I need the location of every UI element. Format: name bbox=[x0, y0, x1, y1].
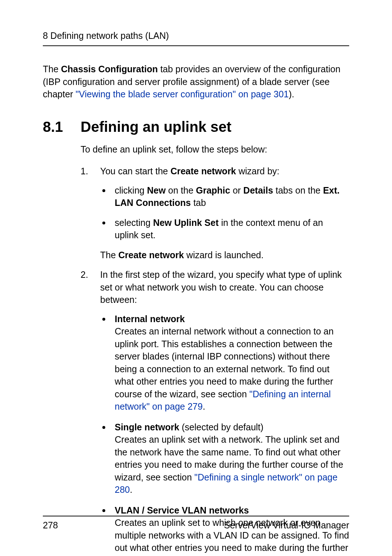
s1b1-t5: tab bbox=[191, 198, 206, 208]
type-internal-post: . bbox=[203, 401, 205, 411]
s1b1-b2: Graphic bbox=[196, 185, 230, 195]
type-single: Single network (selected by default) Cre… bbox=[100, 421, 349, 496]
step-1-post: wizard by: bbox=[236, 166, 279, 176]
step-1-pre: You can start the bbox=[100, 166, 171, 176]
footer-row: 278 ServerView Virtual-IO Manager bbox=[43, 520, 349, 531]
wl-t1: The bbox=[100, 250, 118, 260]
page-number: 278 bbox=[43, 520, 58, 531]
wizard-launched: The Create network wizard is launched. bbox=[100, 249, 349, 261]
intro-bold-chassis: Chassis Configuration bbox=[61, 64, 158, 74]
step-1-bullet-1: clicking New on the Graphic or Details t… bbox=[100, 184, 349, 209]
step-2-number: 2. bbox=[81, 268, 88, 281]
type-single-suffix: (selected by default) bbox=[179, 422, 264, 432]
step-1-number: 1. bbox=[81, 165, 88, 178]
intro-text: The bbox=[43, 64, 61, 74]
section-title: Defining an uplink set bbox=[81, 119, 232, 135]
footer: 278 ServerView Virtual-IO Manager bbox=[43, 516, 349, 531]
s1b1-t4: tabs on the bbox=[273, 185, 323, 195]
s1b1-b3: Details bbox=[243, 185, 273, 195]
type-vlan-title: VLAN / Service VLAN networks bbox=[115, 505, 249, 515]
s1b2-t1: selecting bbox=[115, 218, 153, 228]
s1b2-b1: New Uplink Set bbox=[153, 218, 219, 228]
step-1-bold: Create network bbox=[171, 166, 236, 176]
page: 8 Defining network paths (LAN) The Chass… bbox=[0, 0, 392, 556]
wl-b: Create network bbox=[118, 250, 184, 260]
s1b1-t3: or bbox=[230, 185, 243, 195]
s1b1-t2: on the bbox=[166, 185, 196, 195]
wl-t2: wizard is launched. bbox=[184, 250, 264, 260]
intro-text-3: ). bbox=[289, 89, 294, 99]
step-1-bullet-2: selecting New Uplink Set in the context … bbox=[100, 216, 349, 242]
intro-link[interactable]: "Viewing the blade server configuration"… bbox=[75, 89, 289, 99]
step-1-text: You can start the Create network wizard … bbox=[100, 166, 279, 176]
step-1-bullets: clicking New on the Graphic or Details t… bbox=[100, 184, 349, 242]
intro-paragraph: The Chassis Configuration tab provides a… bbox=[43, 63, 349, 101]
step-2: 2. In the first step of the wizard, you … bbox=[81, 268, 349, 556]
s1b1-t1: clicking bbox=[115, 185, 147, 195]
header-rule bbox=[43, 45, 349, 46]
type-internal: Internal network Creates an internal net… bbox=[100, 313, 349, 413]
type-single-title: Single network bbox=[115, 422, 179, 432]
section-number: 8.1 bbox=[43, 119, 81, 135]
step-1: 1. You can start the Create network wiza… bbox=[81, 165, 349, 242]
lead-paragraph: To define an uplink set, follow the step… bbox=[81, 143, 349, 156]
type-internal-title: Internal network bbox=[115, 314, 185, 324]
type-internal-body: Creates an internal network without a co… bbox=[115, 326, 334, 399]
type-single-post: . bbox=[130, 484, 132, 495]
footer-title: ServerView Virtual-IO Manager bbox=[224, 520, 349, 531]
steps-list-2: 2. In the first step of the wizard, you … bbox=[81, 268, 349, 556]
steps-list: 1. You can start the Create network wiza… bbox=[81, 165, 349, 242]
footer-rule bbox=[43, 516, 349, 516]
s1b1-b1: New bbox=[147, 185, 166, 195]
step-2-text: In the first step of the wizard, you spe… bbox=[100, 269, 342, 305]
section-heading: 8.1 Defining an uplink set bbox=[43, 119, 349, 135]
running-head: 8 Defining network paths (LAN) bbox=[43, 31, 349, 41]
